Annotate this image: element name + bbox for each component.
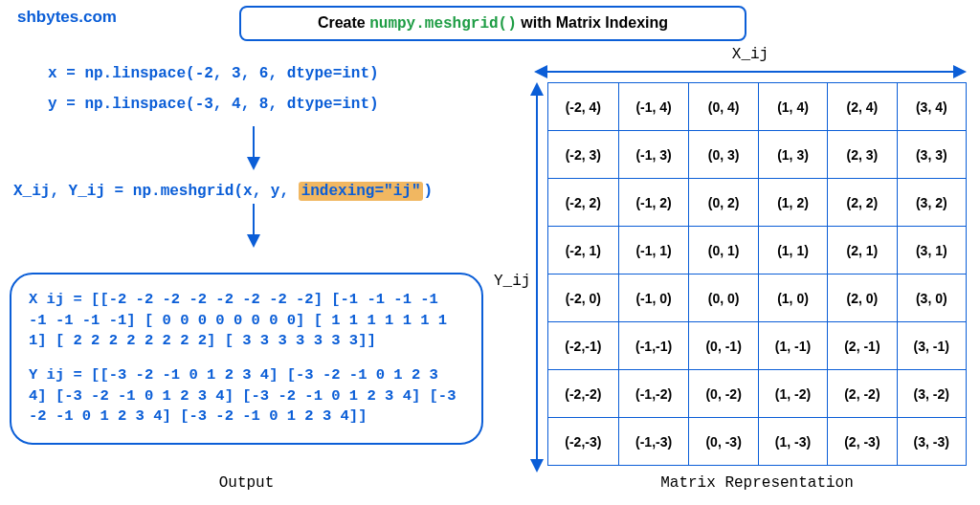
grid-cell: (-2, 0) [548, 274, 619, 322]
grid-cell: (2, 4) [828, 83, 897, 131]
output-y: Y ij = [[-3 -2 -1 0 1 2 3 4] [-3 -2 -1 0… [29, 365, 464, 428]
output-label: Output [10, 474, 483, 492]
grid-cell: (-2, 1) [548, 227, 619, 274]
page-title: Create numpy.meshgrid() with Matrix Inde… [239, 6, 746, 41]
grid-cell: (0, 1) [689, 227, 758, 274]
grid-cell: (3, 1) [897, 227, 966, 274]
grid-cell: (-2, 3) [548, 131, 619, 179]
grid-cell: (3, -1) [897, 322, 966, 370]
svg-marker-8 [530, 82, 544, 96]
code-y: y = np.linspace(-3, 4, 8, dtype=int) [48, 96, 498, 113]
grid-cell: (-2,-3) [548, 418, 619, 466]
grid-cell: (0, 3) [689, 131, 758, 179]
grid-cell: (-1,-2) [618, 370, 689, 418]
grid-cell: (0, 2) [689, 179, 758, 227]
grid-cell: (1, -1) [758, 322, 827, 370]
site-label: shbytes.com [17, 8, 117, 27]
y-axis-label: Y_ij [494, 273, 530, 290]
mesh-post: ) [423, 183, 433, 200]
svg-marker-1 [247, 157, 260, 170]
grid-cell: (1, 4) [758, 83, 827, 131]
grid-cell: (-1, 1) [618, 227, 689, 274]
grid-cell: (1, -2) [758, 370, 827, 418]
grid-cell: (-1, 3) [618, 131, 689, 179]
grid-cell: (-2, 4) [548, 83, 619, 131]
grid-cell: (2, -3) [828, 418, 897, 466]
grid-cell: (2, 3) [828, 131, 897, 179]
code-meshgrid: X_ij, Y_ij = np.meshgrid(x, y, indexing=… [13, 183, 498, 200]
left-panel: x = np.linspace(-2, 3, 6, dtype=int) y =… [10, 57, 498, 260]
grid-cell: (-2,-2) [548, 370, 619, 418]
grid-cell: (0, -1) [689, 322, 758, 370]
grid-cell: (-1,-1) [618, 322, 689, 370]
grid-cell: (3, 3) [897, 131, 966, 179]
grid-cell: (1, 1) [758, 227, 827, 274]
grid-cell: (-1, 0) [618, 274, 689, 322]
grid-cell: (3, -3) [897, 418, 966, 466]
arrow-down-icon [10, 204, 498, 252]
grid-cell: (1, 0) [758, 274, 827, 322]
title-func: numpy.meshgrid() [369, 15, 517, 33]
grid-cell: (1, 2) [758, 179, 827, 227]
grid-cell: (2, -2) [828, 370, 897, 418]
arrow-down-icon [10, 126, 498, 175]
grid-cell: (0, -3) [689, 418, 758, 466]
grid-cell: (1, 3) [758, 131, 827, 179]
grid-cell: (1, -3) [758, 418, 827, 466]
grid-cell: (3, 0) [897, 274, 966, 322]
svg-marker-6 [953, 65, 967, 78]
output-x: X ij = [[-2 -2 -2 -2 -2 -2 -2 -2] [-1 -1… [29, 290, 464, 352]
grid-cell: (2, 2) [828, 179, 897, 227]
svg-marker-3 [247, 234, 260, 248]
svg-marker-5 [534, 65, 547, 78]
svg-marker-9 [530, 459, 544, 472]
grid-cell: (2, 1) [828, 227, 897, 274]
grid-cell: (3, -2) [897, 370, 966, 418]
x-axis-label: X_ij [534, 46, 967, 63]
grid-cell: (2, 0) [828, 274, 897, 322]
x-axis-arrow-icon [534, 65, 967, 78]
y-axis-arrow-icon [530, 82, 544, 472]
grid-cell: (0, -2) [689, 370, 758, 418]
grid-cell: (3, 4) [897, 83, 966, 131]
grid-cell: (-1, 4) [618, 83, 689, 131]
code-x: x = np.linspace(-2, 3, 6, dtype=int) [48, 65, 498, 82]
grid-cell: (-2,-1) [548, 322, 619, 370]
grid-cell: (3, 2) [897, 179, 966, 227]
output-box: X ij = [[-2 -2 -2 -2 -2 -2 -2 -2] [-1 -1… [10, 273, 483, 445]
title-pre: Create [318, 14, 369, 31]
title-post: with Matrix Indexing [517, 14, 668, 31]
grid-cell: (0, 0) [689, 274, 758, 322]
mesh-pre: X_ij, Y_ij = np.meshgrid(x, y, [13, 183, 299, 200]
grid-cell: (2, -1) [828, 322, 897, 370]
grid-cell: (-1, 2) [618, 179, 689, 227]
grid-cell: (0, 4) [689, 83, 758, 131]
mesh-highlight: indexing="ij" [299, 182, 424, 201]
grid-cell: (-2, 2) [548, 179, 619, 227]
matrix-label: Matrix Representation [547, 474, 967, 492]
grid-cell: (-1,-3) [618, 418, 689, 466]
matrix-grid: (-2, 4)(-1, 4)(0, 4)(1, 4)(2, 4)(3, 4)(-… [547, 82, 967, 466]
